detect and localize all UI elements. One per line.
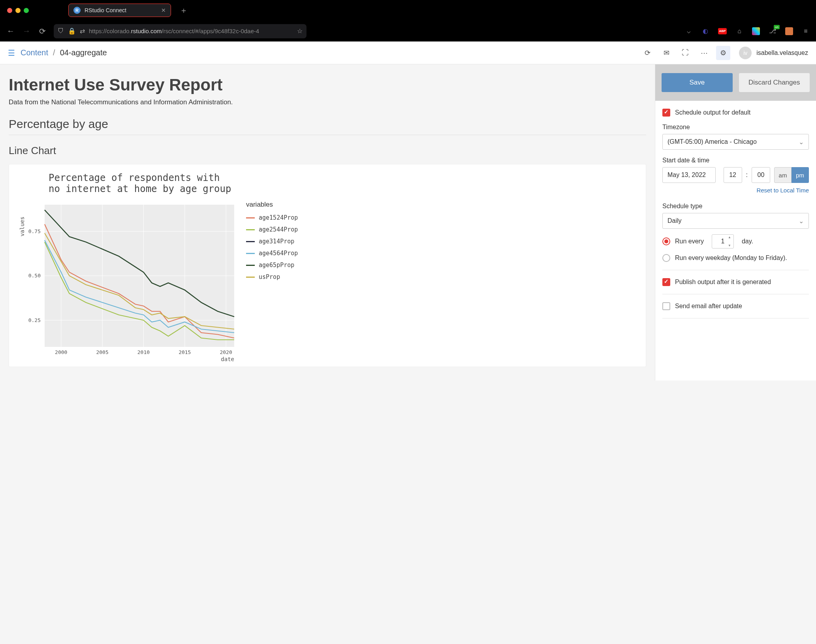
reload-button[interactable]: ⟳ [38, 26, 47, 36]
section-heading-percentage: Percentage by age [9, 117, 646, 135]
run-weekday-row: Run every weekday (Monday to Friday). [662, 254, 809, 262]
svg-text:0.25: 0.25 [28, 317, 41, 323]
extension-icon[interactable]: ◐ [701, 27, 709, 35]
close-window-button[interactable] [7, 8, 12, 13]
tab-strip: R RStudio Connect ✕ ＋ [0, 0, 816, 21]
chart-card: Percentage of respondents with no intern… [9, 164, 646, 367]
breadcrumb-separator: / [53, 48, 55, 57]
svg-text:2000: 2000 [55, 349, 67, 355]
fullscreen-button[interactable]: ⛶ [678, 46, 692, 60]
extension-icons: ⌵ ◐ ABP ⌂ ⎇ ≡ [685, 27, 810, 35]
chart-title: Percentage of respondents with no intern… [49, 172, 638, 194]
close-tab-button[interactable]: ✕ [161, 7, 166, 13]
lock-icon: 🔒 [68, 27, 76, 35]
run-weekday-radio[interactable] [662, 254, 670, 262]
panel-body: Schedule output for default Timezone (GM… [655, 101, 816, 334]
library-icon[interactable]: ⎇ [769, 27, 777, 35]
save-button[interactable]: Save [662, 73, 733, 92]
svg-text:values: values [19, 217, 25, 237]
publish-row: Publish output after it is generated [662, 278, 809, 286]
run-every-radio[interactable] [662, 237, 670, 245]
panel-actions: Save Discard Changes [655, 64, 816, 101]
schedule-output-row: Schedule output for default [662, 109, 809, 117]
legend-item: usProp [246, 273, 298, 281]
browser-tab[interactable]: R RStudio Connect ✕ [68, 4, 171, 17]
url-text: https://colorado.rstudio.com/rsc/connect… [89, 28, 259, 34]
permissions-icon: ⇄ [80, 27, 85, 35]
send-email-row: Send email after update [662, 302, 809, 310]
ampm-toggle: am pm [774, 167, 809, 183]
timezone-label: Timezone [662, 124, 809, 131]
run-every-n-input[interactable]: 1 ▲▼ [712, 234, 734, 249]
new-tab-button[interactable]: ＋ [175, 5, 192, 16]
bookmark-star-icon[interactable]: ☆ [297, 27, 303, 35]
refresh-button[interactable]: ⟳ [640, 46, 654, 60]
line-chart: 200020052010201520200.250.500.75datevalu… [17, 201, 238, 363]
schedule-output-label: Schedule output for default [675, 109, 750, 116]
section-heading-linechart: Line Chart [9, 145, 646, 157]
minute-input[interactable]: 00 [752, 167, 770, 183]
schedule-output-checkbox[interactable] [662, 109, 670, 117]
separator [662, 270, 809, 270]
hour-input[interactable]: 12 [724, 167, 742, 183]
time-colon: : [746, 171, 748, 179]
svg-text:2020: 2020 [220, 349, 232, 355]
run-weekday-label: Run every weekday (Monday to Friday). [675, 254, 787, 262]
run-every-row: Run every 1 ▲▼ day. [662, 234, 809, 249]
schedule-type-label: Schedule type [662, 203, 809, 210]
browser-chrome: R RStudio Connect ✕ ＋ ← → ⟳ ⛉ 🔒 ⇄ https:… [0, 0, 816, 41]
send-email-checkbox[interactable] [662, 302, 670, 310]
extension-cart-icon[interactable] [785, 27, 793, 35]
settings-panel: Save Discard Changes Schedule output for… [655, 64, 816, 380]
am-button[interactable]: am [774, 167, 792, 183]
minimize-window-button[interactable] [15, 8, 21, 13]
window-controls [7, 8, 29, 13]
app-menu-button[interactable]: ≡ [802, 27, 810, 35]
run-every-post: day. [742, 238, 753, 245]
more-button[interactable]: ⋯ [697, 46, 711, 60]
maximize-window-button[interactable] [24, 8, 29, 13]
svg-text:date: date [221, 356, 234, 362]
start-datetime-label: Start date & time [662, 157, 809, 164]
address-bar[interactable]: ⛉ 🔒 ⇄ https://colorado.rstudio.com/rsc/c… [54, 24, 306, 38]
home-icon[interactable]: ⌂ [735, 27, 743, 35]
timezone-select[interactable]: (GMT-05:00) America - Chicago ⌄ [662, 134, 809, 150]
extension-color-icon[interactable] [752, 27, 760, 35]
settings-button[interactable]: ⚙ [716, 46, 730, 60]
abp-icon[interactable]: ABP [718, 28, 727, 34]
schedule-type-value: Daily [667, 217, 682, 224]
legend-title: variables [246, 201, 298, 209]
tab-title: RStudio Connect [85, 7, 126, 13]
breadcrumb: Content / 04-aggregate [21, 48, 107, 57]
legend-item: age1524Prop [246, 214, 298, 221]
shield-icon: ⛉ [58, 28, 64, 35]
report-content: Internet Use Survey Report Data from the… [0, 64, 655, 375]
breadcrumb-current: 04-aggregate [60, 48, 107, 57]
send-email-label: Send email after update [675, 303, 742, 310]
forward-button[interactable]: → [22, 26, 31, 36]
pocket-icon[interactable]: ⌵ [685, 27, 693, 35]
app-header: ☰ Content / 04-aggregate ⟳ ✉ ⛶ ⋯ ⚙ iv is… [0, 41, 816, 64]
hamburger-menu-button[interactable]: ☰ [8, 48, 15, 58]
mail-button[interactable]: ✉ [659, 46, 673, 60]
spinner-icon[interactable]: ▲▼ [726, 235, 733, 247]
back-button[interactable]: ← [6, 26, 15, 36]
discard-button[interactable]: Discard Changes [739, 73, 810, 92]
publish-checkbox[interactable] [662, 278, 670, 286]
breadcrumb-content-link[interactable]: Content [21, 48, 48, 57]
pm-button[interactable]: pm [792, 167, 809, 183]
page-title: Internet Use Survey Report [9, 75, 646, 94]
legend-item: age2544Prop [246, 226, 298, 233]
separator [662, 318, 809, 318]
reset-time-link[interactable]: Reset to Local Time [756, 187, 809, 194]
legend-item: age314Prop [246, 238, 298, 245]
publish-label: Publish output after it is generated [675, 279, 771, 286]
page-subtitle: Data from the National Telecommunication… [9, 98, 646, 106]
schedule-type-select[interactable]: Daily ⌄ [662, 213, 809, 229]
date-input[interactable]: May 13, 2022 [662, 167, 716, 183]
avatar[interactable]: iv [739, 47, 752, 59]
tab-favicon: R [73, 7, 81, 14]
svg-text:2015: 2015 [179, 349, 191, 355]
svg-text:0.75: 0.75 [28, 228, 41, 234]
chevron-down-icon: ⌄ [799, 138, 804, 146]
